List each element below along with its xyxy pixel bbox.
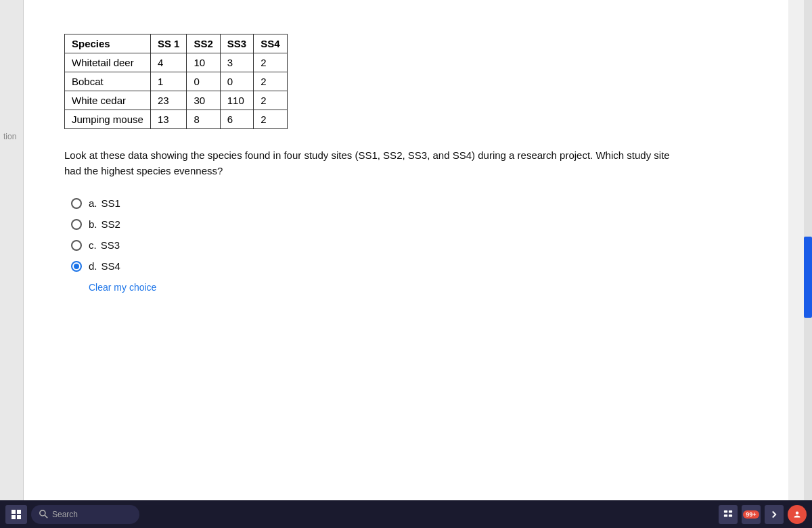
svg-rect-0 — [12, 510, 16, 514]
cell-2-0: White cedar — [65, 91, 151, 110]
task-view-button[interactable] — [719, 505, 738, 524]
question-text: Look at these data showing the species f… — [64, 148, 673, 178]
species-table: Species SS 1 SS2 SS3 SS4 Whitetail deer4… — [64, 34, 288, 129]
svg-rect-7 — [729, 510, 732, 512]
option-letter-b: b. — [89, 218, 97, 230]
cell-0-1: 4 — [150, 53, 187, 72]
option-a[interactable]: a.SS1 — [71, 197, 748, 209]
col-header-ss2: SS2 — [187, 34, 220, 53]
taskbar-right-area: 99+ — [719, 505, 807, 524]
taskbar-search-label: Search — [52, 510, 78, 519]
cell-0-4: 2 — [254, 53, 287, 72]
cell-0-0: Whitetail deer — [65, 53, 151, 72]
table-row: Bobcat1002 — [65, 72, 288, 91]
svg-line-5 — [45, 515, 47, 518]
scrollbar[interactable] — [804, 0, 812, 500]
svg-point-10 — [796, 511, 799, 514]
cell-1-4: 2 — [254, 72, 287, 91]
cell-1-2: 0 — [187, 72, 220, 91]
cell-2-4: 2 — [254, 91, 287, 110]
windows-icon — [11, 509, 22, 520]
cell-1-1: 1 — [150, 72, 187, 91]
radio-a[interactable] — [71, 198, 82, 209]
table-row: Jumping mouse13862 — [65, 110, 288, 129]
table-row: Whitetail deer41032 — [65, 53, 288, 72]
radio-d[interactable] — [71, 261, 82, 272]
option-label-a: SS1 — [102, 197, 120, 209]
svg-rect-3 — [17, 515, 21, 519]
col-header-ss3: SS3 — [220, 34, 253, 53]
notification-badge: 99+ — [743, 510, 759, 519]
col-header-species: Species — [65, 34, 151, 53]
svg-rect-9 — [729, 514, 732, 517]
notification-button[interactable]: 99+ — [742, 505, 761, 524]
cell-3-0: Jumping mouse — [65, 110, 151, 129]
profile-button[interactable] — [788, 505, 807, 524]
table-row: White cedar23301102 — [65, 91, 288, 110]
cell-1-3: 0 — [220, 72, 253, 91]
task-view-icon — [723, 510, 733, 519]
cell-2-1: 23 — [150, 91, 187, 110]
sidebar-label: tion — [3, 132, 16, 141]
cell-0-2: 10 — [187, 53, 220, 72]
cell-0-3: 3 — [220, 53, 253, 72]
svg-point-4 — [40, 510, 45, 516]
option-letter-c: c. — [89, 239, 97, 251]
main-content: Species SS 1 SS2 SS3 SS4 Whitetail deer4… — [24, 0, 788, 500]
svg-rect-8 — [724, 514, 727, 517]
cell-2-3: 110 — [220, 91, 253, 110]
user-icon — [793, 510, 801, 519]
svg-rect-2 — [12, 515, 16, 519]
col-header-ss4: SS4 — [254, 34, 287, 53]
option-d[interactable]: d.SS4 — [71, 260, 748, 272]
svg-rect-6 — [724, 510, 727, 512]
chevron-right-icon — [770, 510, 778, 519]
option-label-b: SS2 — [102, 218, 120, 230]
cell-3-4: 2 — [254, 110, 287, 129]
cell-2-2: 30 — [187, 91, 220, 110]
chevron-button[interactable] — [765, 505, 784, 524]
options-list: a.SS1b.SS2c.SS3d.SS4 — [71, 197, 748, 272]
taskbar: Search 99+ — [0, 500, 812, 528]
screen: tion Species SS 1 SS2 SS3 SS4 Whitetail … — [0, 0, 812, 528]
option-label-c: SS3 — [101, 239, 120, 251]
radio-b[interactable] — [71, 219, 82, 230]
option-c[interactable]: c.SS3 — [71, 239, 748, 251]
scrollbar-thumb[interactable] — [804, 237, 812, 318]
option-letter-d: d. — [89, 260, 97, 272]
cell-1-0: Bobcat — [65, 72, 151, 91]
cell-3-3: 6 — [220, 110, 253, 129]
svg-rect-1 — [17, 510, 21, 514]
taskbar-search-box[interactable]: Search — [31, 505, 139, 524]
clear-choice-link[interactable]: Clear my choice — [89, 282, 156, 293]
col-header-ss1: SS 1 — [150, 34, 187, 53]
radio-c[interactable] — [71, 240, 82, 251]
option-letter-a: a. — [89, 197, 97, 209]
cell-3-1: 13 — [150, 110, 187, 129]
left-sidebar: tion — [0, 0, 24, 528]
option-label-d: SS4 — [102, 260, 120, 272]
search-icon — [39, 510, 48, 519]
option-b[interactable]: b.SS2 — [71, 218, 748, 230]
windows-start-button[interactable] — [5, 505, 27, 524]
cell-3-2: 8 — [187, 110, 220, 129]
